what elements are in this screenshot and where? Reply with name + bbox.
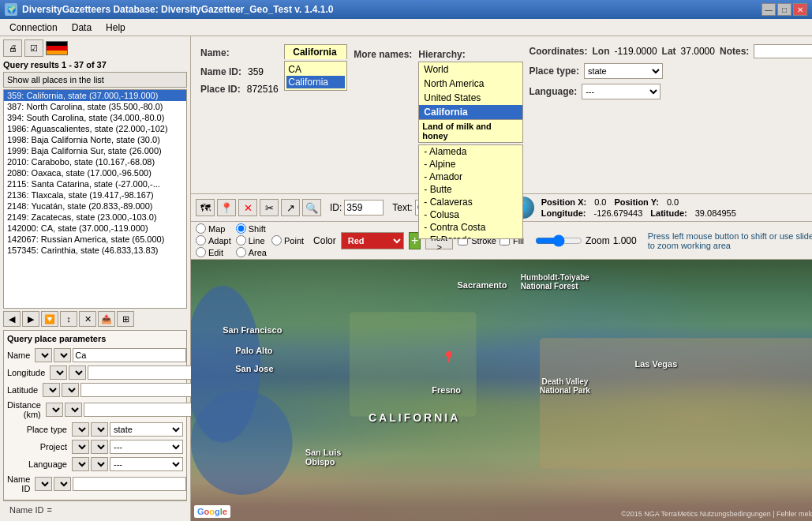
svg-rect-2 (350, 312, 477, 416)
param-name-input[interactable] (73, 348, 186, 362)
hierarchy-item-ca[interactable]: California (419, 105, 522, 119)
param-placetype-select[interactable]: state (110, 422, 183, 437)
param-distance-op2[interactable] (65, 403, 82, 417)
param-nameid-op2[interactable] (54, 477, 71, 491)
nav-back-button[interactable]: ◀ (3, 311, 21, 327)
param-placetype-label: Place type (7, 425, 70, 434)
param-language-op2[interactable] (91, 457, 108, 471)
grid-button[interactable]: ⊞ (117, 311, 134, 327)
hierarchy-item-world[interactable]: World (419, 62, 522, 77)
list-item[interactable]: 2080: Oaxaca, state (17.000,-96.500) (4, 167, 186, 178)
minimize-button[interactable]: — (761, 3, 776, 16)
param-latitude-op2[interactable] (62, 383, 79, 397)
menu-connection[interactable]: Connection (3, 21, 64, 35)
language-select[interactable]: --- (582, 84, 660, 99)
query-params-title: Query place parameters (7, 334, 183, 343)
param-nameid-op1[interactable]: = (35, 477, 52, 491)
title-bar: 🌍 DiversityGazetteers Database: Diversit… (0, 0, 812, 19)
more-name-item-active[interactable]: California (286, 76, 345, 88)
sub-item[interactable]: - Amador (419, 171, 522, 183)
sub-item[interactable]: - Alameda (419, 145, 522, 158)
map-label-deathvalley: Death ValleyNational Park (540, 377, 590, 395)
app-icon: 🌍 (5, 3, 17, 16)
more-name-item[interactable]: CA (286, 63, 345, 76)
name-tab[interactable]: California (284, 44, 347, 59)
check-button[interactable]: ☑ (24, 39, 43, 57)
param-latitude-row: Latitude = (7, 383, 183, 397)
export-button[interactable]: 📤 (98, 311, 115, 327)
map-display-area[interactable]: Sacramento San Francisco Palo Alto San J… (191, 260, 812, 521)
param-latitude-input[interactable] (80, 383, 194, 397)
sub-item[interactable]: - Alpine (419, 158, 522, 171)
param-longitude-op2[interactable] (69, 365, 86, 380)
sub-item[interactable]: - Butte (419, 183, 522, 196)
show-all-button[interactable]: Show all places in the list (3, 72, 187, 88)
menu-data[interactable]: Data (65, 21, 98, 35)
param-name-op1[interactable]: ~ (35, 348, 52, 362)
list-item[interactable]: 387: North Carolina, state (35.500,-80.0… (4, 101, 186, 112)
nav-forward-button[interactable]: ▶ (22, 311, 39, 327)
nameid-value: 359 (248, 66, 264, 77)
list-item[interactable]: 1998: Baja California Norte, state (30.0… (4, 134, 186, 145)
param-language-op1[interactable]: = (72, 457, 89, 471)
param-project-op1[interactable]: = (72, 440, 89, 454)
lat-label: Lat (662, 46, 676, 57)
maximize-button[interactable]: □ (777, 3, 791, 16)
param-name-op2[interactable] (54, 348, 71, 362)
sub-item[interactable]: - Calaveras (419, 196, 522, 208)
menu-help[interactable]: Help (99, 21, 132, 35)
param-longitude-label: Longitude (7, 368, 48, 377)
query-results-label: Query results 1 - 37 of 37 (3, 60, 187, 69)
name-label: Name: (200, 47, 230, 58)
print-button[interactable]: 🖨 (3, 39, 22, 57)
map-copyright: ©2015 NGA TerraMetics Nutzungsbedingunge… (621, 510, 812, 518)
sub-hierarchy-title: Land of milk and honey (418, 120, 522, 143)
param-placetype-op2[interactable] (91, 422, 108, 437)
param-project-op2[interactable] (91, 440, 108, 454)
list-item[interactable]: 2010: Carabobo, state (10.167,-68.08) (4, 156, 186, 167)
list-item[interactable]: 1999: Baja California Sur, state (26.000… (4, 145, 186, 156)
param-longitude-input[interactable] (88, 365, 201, 380)
sub-item[interactable]: - Colusa (419, 208, 522, 221)
param-placetype-op1[interactable]: = (72, 422, 89, 437)
list-item[interactable]: 359: California, state (37.000,-119.000) (4, 90, 186, 101)
param-project-select[interactable]: --- (110, 440, 183, 454)
param-latitude-op1[interactable]: = (43, 383, 60, 397)
list-item[interactable]: 2148: Yucatán, state (20.833,-89.000) (4, 201, 186, 212)
sub-item[interactable]: - El Dorado (419, 234, 522, 239)
list-item[interactable]: 157345: Carinthia, state (46.833,13.83) (4, 245, 186, 256)
edit-radio[interactable] (196, 247, 206, 257)
place-type-select[interactable]: state (584, 63, 663, 79)
list-item[interactable]: 2136: Tlaxcala, state (19.417,-98.167) (4, 189, 186, 201)
param-longitude-op1[interactable]: = (50, 365, 67, 380)
hierarchy-item-us[interactable]: United States (419, 91, 522, 105)
param-name-label: Name (7, 350, 33, 360)
svg-rect-3 (540, 338, 812, 469)
param-distance-op1[interactable]: < (46, 403, 63, 417)
list-item[interactable]: 1986: Aguascalientes, state (22.000,-102… (4, 123, 186, 134)
area-radio[interactable] (236, 247, 246, 257)
sort-button[interactable]: ↕ (60, 311, 77, 327)
list-item[interactable]: 2115: Santa Catarina, state (-27.000,-..… (4, 178, 186, 189)
area-mode-label: Area (249, 248, 267, 257)
placeid-label: Place ID: (200, 84, 241, 95)
filter-button[interactable]: 🔽 (41, 311, 58, 327)
bottom-separator: = (47, 505, 51, 515)
google-logo: Google (194, 505, 230, 518)
notes-input[interactable] (754, 44, 812, 58)
param-nameid-input[interactable] (73, 477, 186, 491)
list-item[interactable]: 394: South Carolina, state (34.000,-80.0… (4, 112, 186, 123)
delete-button[interactable]: ✕ (79, 311, 96, 327)
list-item[interactable]: 142000: CA, state (37.000,-119.000) (4, 223, 186, 234)
detail-area: Name: Name ID: 359 Place ID: 872516 Cali… (191, 36, 812, 194)
list-item[interactable]: 142067: Russian America, state (65.000) (4, 234, 186, 245)
param-language-select[interactable]: --- (110, 457, 183, 471)
list-item[interactable]: 2149: Zacatecas, state (23.000,-103.0) (4, 212, 186, 223)
close-button[interactable]: ✕ (793, 3, 807, 16)
sub-item[interactable]: - Contra Costa (419, 221, 522, 234)
param-distance-input[interactable] (84, 403, 197, 417)
param-longitude-row: Longitude = (7, 365, 183, 380)
flag-button[interactable] (46, 41, 68, 55)
param-language-row: Language = --- (7, 457, 183, 471)
hierarchy-item-na[interactable]: North America (419, 77, 522, 91)
